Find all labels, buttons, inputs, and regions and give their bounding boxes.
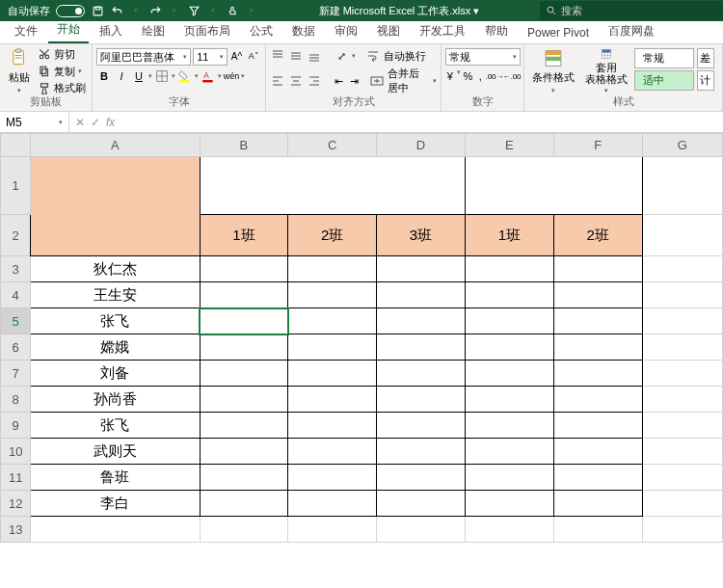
cell[interactable] [200, 334, 288, 361]
cell[interactable] [642, 439, 722, 465]
cell[interactable] [465, 517, 553, 543]
cell[interactable] [465, 256, 553, 282]
tab-data[interactable]: 数据 [283, 19, 324, 43]
row-header[interactable]: 3 [1, 256, 31, 282]
cell[interactable]: 武则天 [31, 439, 200, 465]
indent-dec-icon[interactable]: ⇤ [333, 73, 345, 89]
cell[interactable] [200, 517, 288, 543]
row-header[interactable]: 10 [1, 439, 31, 465]
document-title[interactable]: 新建 Microsoft Excel 工作表.xlsx ▾ [258, 4, 540, 18]
cell-selected[interactable] [200, 308, 288, 334]
cell[interactable]: 孙尚香 [31, 387, 200, 413]
tab-layout[interactable]: 页面布局 [175, 19, 239, 43]
autosave-toggle[interactable] [56, 5, 85, 17]
italic-button[interactable]: I [114, 68, 129, 84]
copy-button[interactable]: 复制▾ [38, 64, 86, 80]
font-grow-icon[interactable]: A^ [229, 48, 245, 64]
tab-draw[interactable]: 绘图 [133, 19, 174, 43]
tab-help[interactable]: 帮助 [476, 19, 517, 43]
cell[interactable] [288, 517, 377, 543]
cell[interactable] [288, 465, 377, 491]
cell[interactable] [642, 413, 722, 439]
cell[interactable] [288, 361, 377, 387]
cell[interactable] [642, 334, 722, 361]
col-header[interactable]: G [642, 134, 722, 157]
indent-inc-icon[interactable]: ⇥ [348, 73, 361, 89]
undo-chevron-icon[interactable]: ▾ [129, 4, 143, 17]
cell[interactable] [553, 413, 642, 439]
row-header[interactable]: 7 [1, 361, 31, 387]
cell[interactable] [465, 157, 642, 215]
name-box[interactable]: M5▾ [0, 112, 69, 132]
cell[interactable] [200, 157, 465, 215]
tab-formula[interactable]: 公式 [241, 19, 281, 43]
cell[interactable] [642, 517, 722, 543]
dec-decimal-icon[interactable]: ←.00 [504, 68, 520, 84]
font-size-select[interactable]: 11▾ [193, 48, 227, 66]
tab-home[interactable]: 开始 [48, 17, 89, 43]
tab-dev[interactable]: 开发工具 [411, 19, 474, 43]
cancel-icon[interactable]: ✕ [75, 116, 85, 129]
cell[interactable] [642, 215, 722, 256]
cell[interactable] [288, 387, 377, 413]
cell[interactable] [465, 439, 553, 465]
number-format-select[interactable]: 常规▾ [445, 48, 521, 66]
cell[interactable] [465, 308, 553, 334]
col-header[interactable]: B [200, 134, 288, 157]
cell[interactable] [553, 282, 642, 308]
cell[interactable] [288, 491, 377, 517]
align-top-icon[interactable] [270, 48, 285, 64]
redo-icon[interactable] [148, 4, 162, 17]
cell[interactable] [553, 387, 642, 413]
cell[interactable] [377, 517, 466, 543]
cell[interactable] [465, 361, 553, 387]
cell[interactable] [200, 256, 288, 282]
wrap-text-button[interactable] [365, 48, 381, 64]
percent-icon[interactable]: % [463, 68, 474, 84]
cell[interactable] [200, 387, 288, 413]
cell[interactable] [288, 282, 377, 308]
cell[interactable] [200, 465, 288, 491]
style-normal[interactable]: 常规 [634, 48, 694, 68]
cell[interactable] [377, 491, 466, 517]
cell[interactable] [642, 387, 722, 413]
cell[interactable] [288, 439, 377, 465]
col-header[interactable]: F [553, 134, 642, 157]
cell[interactable] [465, 387, 553, 413]
cell[interactable]: 张飞 [31, 413, 200, 439]
cell[interactable]: 刘备 [31, 361, 200, 387]
filter-chevron-icon[interactable]: ▾ [206, 4, 220, 17]
paste-button[interactable]: 粘贴 ▾ [4, 46, 35, 96]
tab-review[interactable]: 审阅 [326, 19, 366, 43]
style-mid[interactable]: 适中 [634, 70, 694, 91]
redo-chevron-icon[interactable]: ▾ [168, 4, 181, 17]
cell[interactable] [200, 439, 288, 465]
phonetic-button[interactable]: wén [224, 68, 239, 84]
col-header[interactable]: E [465, 134, 553, 157]
save-icon[interactable] [91, 4, 104, 17]
cell[interactable] [377, 282, 466, 308]
cond-format-button[interactable]: 条件格式▾ [528, 46, 578, 96]
undo-icon[interactable] [110, 4, 123, 17]
cell[interactable] [465, 465, 553, 491]
enter-icon[interactable]: ✓ [91, 116, 100, 129]
cell[interactable]: 1班 [465, 215, 553, 256]
cell[interactable] [200, 361, 288, 387]
cell[interactable] [553, 361, 642, 387]
cell[interactable]: 王生安 [31, 282, 200, 308]
cell[interactable] [200, 413, 288, 439]
currency-icon[interactable]: ¥ [445, 68, 455, 84]
row-header[interactable]: 9 [1, 413, 31, 439]
col-header[interactable]: C [288, 134, 377, 157]
cell[interactable] [465, 282, 553, 308]
row-header[interactable]: 11 [1, 465, 31, 491]
align-center-icon[interactable] [288, 73, 304, 89]
row-header[interactable]: 2 [1, 215, 31, 256]
cell[interactable] [642, 465, 722, 491]
tab-view[interactable]: 视图 [368, 19, 409, 43]
row-header[interactable]: 13 [1, 517, 31, 543]
tab-file[interactable]: 文件 [6, 19, 46, 43]
cell[interactable] [553, 517, 642, 543]
cell[interactable]: 狄仁杰 [31, 256, 200, 282]
cell[interactable] [200, 491, 288, 517]
